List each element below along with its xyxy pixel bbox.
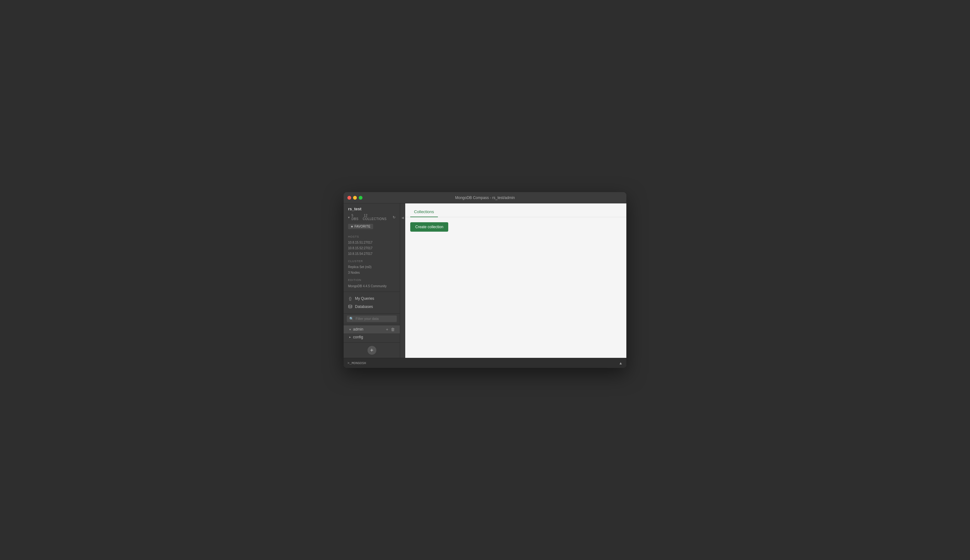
sidebar-item-my-queries[interactable]: {} My Queries <box>344 295 400 303</box>
queries-icon: {} <box>348 296 352 301</box>
window-title: MongoDB Compass - rs_test/admin <box>455 195 515 200</box>
collapse-arrow-icon: ◀ <box>401 216 404 219</box>
delete-database-button[interactable]: 🗑 <box>390 327 396 332</box>
database-item-admin[interactable]: ▾ admin + 🗑 <box>344 325 400 333</box>
database-item-config[interactable]: ▸ config <box>344 333 400 341</box>
tab-collections[interactable]: Collections <box>410 207 438 217</box>
collections-count: 12 COLLECTIONS <box>363 214 391 221</box>
database-name-admin: admin <box>353 327 385 332</box>
connection-info-section: rs_test ▾ 5 DBS 12 COLLECTIONS ↻ ★ FAVOR… <box>344 203 400 292</box>
main-tabs: Collections <box>405 203 626 217</box>
mongosh-bar[interactable]: >_MONGOSH ▲ <box>344 358 626 368</box>
filter-section: 🔍 <box>344 313 400 324</box>
edition-value: MongoDB 4.4.5 Community <box>348 283 396 289</box>
favorite-button[interactable]: ★ FAVORITE <box>348 224 373 229</box>
maximize-button[interactable] <box>359 196 362 200</box>
database-list: ▾ admin + 🗑 ▸ config ▸ database ▸ <box>344 324 400 342</box>
sidebar-footer: + <box>344 342 400 358</box>
db-admin-actions: + 🗑 <box>385 327 396 332</box>
cluster-type: Replica Set (rs0) <box>348 264 396 270</box>
main-body: Create collection <box>405 217 626 358</box>
traffic-lights <box>347 196 362 200</box>
app-body: rs_test ▾ 5 DBS 12 COLLECTIONS ↻ ★ FAVOR… <box>344 203 626 358</box>
mongosh-expand-icon[interactable]: ▲ <box>619 361 623 365</box>
main-content: Collections Create collection <box>405 203 626 358</box>
dbs-count: 5 DBS <box>352 214 361 221</box>
cluster-label: CLUSTER <box>348 259 396 264</box>
databases-label: Databases <box>355 305 373 309</box>
mongosh-label: >_MONGOSH <box>347 361 366 365</box>
refresh-icon[interactable]: ↻ <box>392 215 396 219</box>
edition-label: EDITION <box>348 277 396 283</box>
sidebar-item-databases[interactable]: Databases <box>344 303 400 311</box>
cluster-nodes: 3 Nodes <box>348 270 396 276</box>
sidebar-nav: {} My Queries Databases <box>344 292 400 313</box>
host-3: 10.8.15.54:27017 <box>348 251 396 257</box>
connection-details: HOSTS 10.8.15.51:27017 10.8.15.52:27017 … <box>348 234 396 289</box>
my-queries-label: My Queries <box>355 296 374 301</box>
databases-icon <box>348 305 352 309</box>
collapse-sidebar-button[interactable]: ◀ <box>400 203 405 358</box>
stats-toggle[interactable]: ▾ <box>348 216 350 219</box>
create-collection-button[interactable]: Create collection <box>410 222 448 232</box>
minimize-button[interactable] <box>353 196 357 200</box>
app-window: MongoDB Compass - rs_test/admin rs_test … <box>344 192 626 368</box>
filter-input[interactable] <box>356 317 399 320</box>
add-collection-button[interactable]: + <box>385 327 389 332</box>
close-button[interactable] <box>347 196 351 200</box>
host-2: 10.8.15.52:27017 <box>348 245 396 251</box>
titlebar: MongoDB Compass - rs_test/admin <box>344 192 626 203</box>
database-name-config: config <box>353 335 396 339</box>
chevron-right-icon: ▸ <box>348 335 352 339</box>
hosts-label: HOSTS <box>348 234 396 239</box>
search-icon: 🔍 <box>349 317 354 321</box>
chevron-down-icon: ▾ <box>348 327 352 331</box>
sidebar: rs_test ▾ 5 DBS 12 COLLECTIONS ↻ ★ FAVOR… <box>344 203 400 358</box>
db-stats: ▾ 5 DBS 12 COLLECTIONS ↻ <box>348 214 396 221</box>
svg-point-0 <box>349 305 352 306</box>
connection-name: rs_test <box>348 207 396 211</box>
database-item-database[interactable]: ▸ database <box>344 341 400 342</box>
host-1: 10.8.15.51:27017 <box>348 240 396 245</box>
add-connection-button[interactable]: + <box>367 346 376 355</box>
filter-input-wrap: 🔍 <box>347 315 397 322</box>
